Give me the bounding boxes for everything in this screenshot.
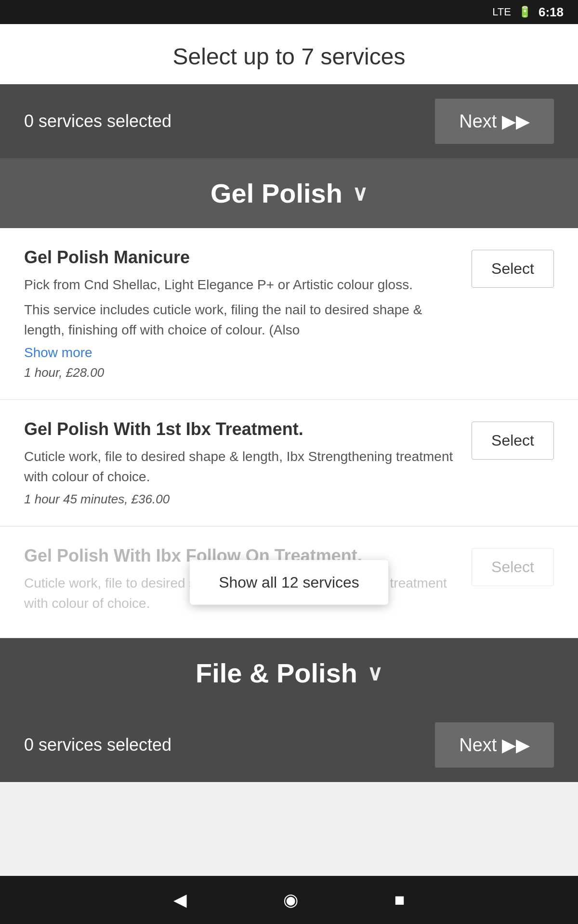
service-item-gel-polish-manicure: Gel Polish Manicure Pick from Cnd Shella… [0, 228, 578, 400]
top-selection-bar: 0 services selected Next ▶▶ [0, 84, 578, 158]
service-desc-1: Pick from Cnd Shellac, Light Elegance P+… [24, 275, 457, 295]
select-button-gel-polish-ibx-follow[interactable]: Select [472, 548, 554, 586]
status-time: 6:18 [539, 5, 564, 20]
service-content: Gel Polish Manicure Pick from Cnd Shella… [24, 247, 457, 380]
gel-polish-title: Gel Polish ∨ [14, 178, 564, 209]
file-polish-category-header[interactable]: File & Polish ∨ [0, 638, 578, 708]
top-services-selected: 0 services selected [24, 111, 171, 131]
recents-nav-icon[interactable]: ■ [394, 890, 405, 910]
file-polish-title: File & Polish ∨ [14, 657, 564, 689]
main-content: Select up to 7 services 0 services selec… [0, 24, 578, 830]
nav-bar: ◀ ◉ ■ [0, 876, 578, 924]
home-nav-icon[interactable]: ◉ [283, 890, 298, 910]
service-meta: 1 hour 45 minutes, £36.00 [24, 492, 457, 507]
service-name: Gel Polish With 1st Ibx Treatment. [24, 419, 457, 439]
service-content: Gel Polish With 1st Ibx Treatment. Cutic… [24, 419, 457, 507]
status-bar: LTE 🔋 6:18 [0, 0, 578, 24]
gel-polish-category-header[interactable]: Gel Polish ∨ [0, 158, 578, 228]
file-polish-chevron-icon: ∨ [367, 661, 382, 685]
service-item-gel-polish-ibx-1st: Gel Polish With 1st Ibx Treatment. Cutic… [0, 400, 578, 526]
service-desc-2: This service includes cuticle work, fili… [24, 300, 457, 340]
gel-polish-chevron-icon: ∨ [352, 181, 368, 205]
select-button-gel-polish-ibx-1st[interactable]: Select [472, 422, 554, 460]
bottom-next-button[interactable]: Next ▶▶ [435, 722, 554, 768]
service-item-gel-polish-ibx-follow: Gel Polish With Ibx Follow On Treatment.… [0, 526, 578, 638]
select-button-gel-polish-manicure[interactable]: Select [472, 250, 554, 288]
back-nav-icon[interactable]: ◀ [173, 890, 187, 910]
service-meta: 1 hour, £28.00 [24, 365, 457, 380]
service-desc-1: Cuticle work, file to desired shape & le… [24, 447, 457, 487]
battery-icon: 🔋 [518, 6, 531, 18]
bottom-selection-bar: 0 services selected Next ▶▶ [0, 708, 578, 782]
bottom-services-selected: 0 services selected [24, 735, 171, 755]
page-title: Select up to 7 services [0, 24, 578, 84]
service-name: Gel Polish Manicure [24, 247, 457, 268]
show-all-tooltip[interactable]: Show all 12 services [190, 560, 388, 604]
show-more-link[interactable]: Show more [24, 345, 92, 360]
top-next-button[interactable]: Next ▶▶ [435, 99, 554, 144]
lte-icon: LTE [492, 6, 511, 18]
